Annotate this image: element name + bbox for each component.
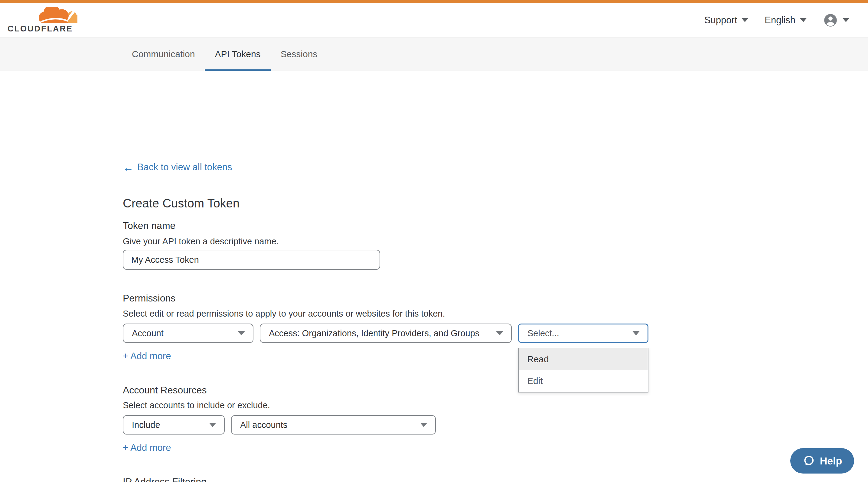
permissions-add-more-link[interactable]: + Add more xyxy=(123,351,171,362)
tab-sessions[interactable]: Sessions xyxy=(271,37,328,71)
chat-bubble-icon xyxy=(802,454,815,467)
language-menu-label: English xyxy=(765,15,796,26)
cloudflare-logo[interactable]: CLOUDFLARE xyxy=(7,7,80,34)
create-token-form: ← Back to view all tokens Create Custom … xyxy=(0,71,868,481)
menu-option-read[interactable]: Read xyxy=(519,348,648,370)
permissions-row: Account Access: Organizations, Identity … xyxy=(123,324,648,343)
cloudflare-cloud-icon xyxy=(39,7,78,24)
resource-mode-value: Include xyxy=(132,420,160,430)
profile-tabs: Communication API Tokens Sessions xyxy=(0,37,868,71)
chevron-down-icon xyxy=(632,331,640,335)
menu-option-edit[interactable]: Edit xyxy=(519,370,648,392)
tab-sessions-label: Sessions xyxy=(281,49,317,59)
header: CLOUDFLARE Support English xyxy=(0,3,868,37)
permission-access-placeholder: Select... xyxy=(527,328,559,339)
token-name-description: Give your API token a descriptive name. xyxy=(123,236,279,247)
chevron-down-icon xyxy=(742,18,748,22)
resource-accounts-value: All accounts xyxy=(240,420,287,430)
tab-api-tokens-label: API Tokens xyxy=(215,49,260,59)
account-resources-description: Select accounts to include or exclude. xyxy=(123,400,270,410)
help-button-label: Help xyxy=(820,455,842,467)
account-resources-row: Include All accounts xyxy=(123,415,436,435)
chevron-down-icon xyxy=(843,18,849,22)
language-menu[interactable]: English xyxy=(765,15,807,26)
cloudflare-logo-text: CLOUDFLARE xyxy=(7,24,80,34)
permissions-description: Select edit or read permissions to apply… xyxy=(123,309,445,319)
token-name-heading: Token name xyxy=(123,220,176,231)
support-menu-label: Support xyxy=(704,15,737,26)
brand-accent-bar xyxy=(0,0,868,3)
support-menu[interactable]: Support xyxy=(704,15,748,26)
resource-mode-dropdown[interactable]: Include xyxy=(123,415,225,435)
tab-api-tokens[interactable]: API Tokens xyxy=(205,37,270,71)
ip-filtering-heading: IP Address Filtering xyxy=(123,476,207,482)
user-avatar-icon xyxy=(823,13,838,28)
permission-group-dropdown[interactable]: Access: Organizations, Identity Provider… xyxy=(260,324,512,343)
permission-scope-value: Account xyxy=(132,328,164,339)
back-to-tokens-link[interactable]: ← Back to view all tokens xyxy=(123,162,232,173)
header-nav: Support English xyxy=(704,13,849,28)
help-button[interactable]: Help xyxy=(790,448,854,474)
resource-accounts-dropdown[interactable]: All accounts xyxy=(231,415,436,435)
token-name-input[interactable] xyxy=(123,250,380,270)
page-title: Create Custom Token xyxy=(123,197,240,210)
account-menu[interactable] xyxy=(823,13,849,28)
account-resources-add-more-link[interactable]: + Add more xyxy=(123,442,171,453)
tab-communication[interactable]: Communication xyxy=(122,37,205,71)
chevron-down-icon xyxy=(209,423,216,427)
access-dropdown-menu: Read Edit xyxy=(518,348,648,392)
back-arrow-icon: ← xyxy=(123,163,134,172)
permission-scope-dropdown[interactable]: Account xyxy=(123,324,253,343)
chevron-down-icon xyxy=(420,423,427,427)
tab-communication-label: Communication xyxy=(132,49,195,59)
chevron-down-icon xyxy=(238,331,245,335)
chevron-down-icon xyxy=(496,331,503,335)
chevron-down-icon xyxy=(800,18,807,22)
account-resources-heading: Account Resources xyxy=(123,385,207,396)
permission-group-value: Access: Organizations, Identity Provider… xyxy=(269,328,479,339)
back-link-label: Back to view all tokens xyxy=(137,162,232,173)
permission-access-dropdown[interactable]: Select... xyxy=(518,324,648,343)
permissions-heading: Permissions xyxy=(123,293,176,304)
